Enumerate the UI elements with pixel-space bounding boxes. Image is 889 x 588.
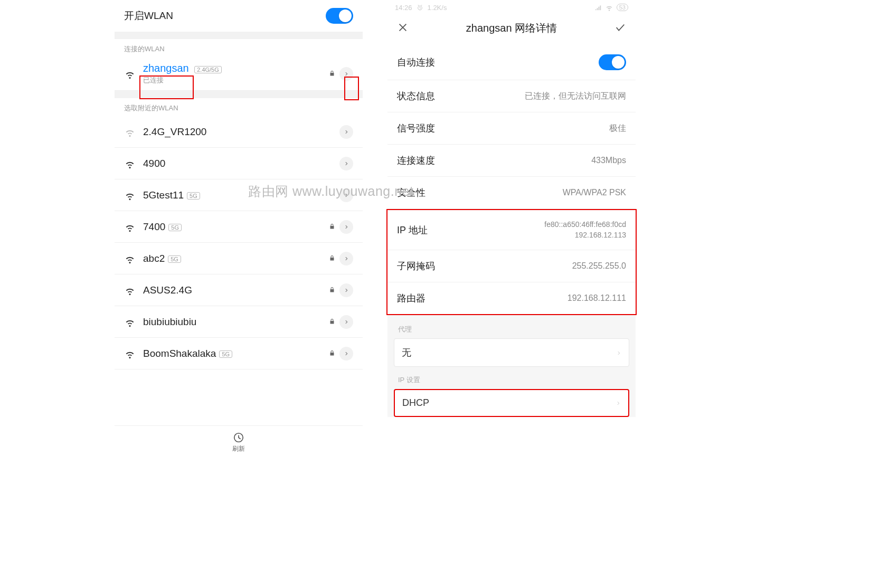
- detail-value: 192.168.12.111: [568, 293, 626, 303]
- highlight-box: IP 地址 fe80::a650:46ff:fe68:f0cd 192.168.…: [386, 209, 637, 315]
- wifi-network-row[interactable]: 4900: [115, 148, 363, 179]
- chevron-right-icon: [616, 347, 621, 358]
- wifi-name: biubiubiubiu: [143, 316, 196, 327]
- wifi-name: 4900: [143, 158, 165, 169]
- confirm-button[interactable]: [614, 22, 626, 35]
- proxy-label: 代理: [394, 323, 629, 338]
- wifi-icon: [124, 348, 136, 359]
- mask-row: 子网掩码 255.255.255.0: [387, 250, 636, 282]
- detail-value: fe80::a650:46ff:fe68:f0cd 192.168.12.113: [544, 220, 626, 240]
- security-row: 安全性 WPA/WPA2 PSK: [387, 177, 636, 209]
- connected-status: 已连接: [143, 75, 329, 85]
- proxy-section: 代理 无 IP 设置 DHCP: [387, 315, 636, 417]
- status-row: 状态信息 已连接，但无法访问互联网: [387, 80, 636, 112]
- band-badge: 5G: [219, 350, 232, 358]
- wlan-toggle-label: 开启WLAN: [124, 9, 326, 23]
- network-detail-button[interactable]: [339, 157, 353, 170]
- detail-label: 状态信息: [397, 90, 435, 102]
- lock-icon: [329, 317, 335, 327]
- refresh-label: 刷新: [232, 444, 245, 453]
- status-bar: 14:26 1.2K/s 53: [387, 0, 636, 13]
- wifi-name: BoomShakalaka: [143, 348, 216, 359]
- detail-label: 连接速度: [397, 154, 435, 167]
- wlan-toggle-row[interactable]: 开启WLAN: [115, 0, 363, 32]
- signal-row: 信号强度 极佳: [387, 112, 636, 145]
- lock-icon: [329, 222, 335, 232]
- wifi-icon: [124, 126, 136, 138]
- wifi-name: ASUS2.4G: [143, 284, 192, 296]
- wifi-network-row[interactable]: 5Gtest115G: [115, 179, 363, 211]
- wifi-icon: [124, 221, 136, 233]
- network-detail-button[interactable]: [339, 188, 353, 202]
- dropdown-value: DHCP: [402, 397, 429, 409]
- detail-label: 子网掩码: [397, 260, 435, 272]
- network-detail-button[interactable]: [339, 67, 353, 81]
- status-speed: 1.2K/s: [428, 4, 447, 12]
- ip-setting-label: IP 设置: [394, 373, 629, 389]
- alarm-icon: [417, 4, 423, 11]
- network-detail-button[interactable]: [339, 283, 353, 297]
- wifi-name: 2.4G_VR1200: [143, 126, 206, 137]
- network-detail-button[interactable]: [339, 315, 353, 329]
- wifi-name: abc2: [143, 253, 165, 264]
- ip-setting-dropdown[interactable]: DHCP: [394, 389, 629, 417]
- auto-connect-row[interactable]: 自动连接: [387, 45, 636, 80]
- lock-icon: [329, 254, 335, 263]
- band-badge: 2.4G/5G: [194, 66, 222, 73]
- wifi-icon: [124, 316, 136, 328]
- wifi-icon: [124, 158, 136, 169]
- clock-icon: [233, 432, 244, 443]
- close-button[interactable]: [397, 22, 409, 35]
- detail-value: 极佳: [609, 123, 626, 134]
- signal-icon: [594, 4, 602, 11]
- auto-connect-toggle[interactable]: [599, 54, 626, 70]
- lock-icon: [329, 349, 335, 358]
- detail-value: WPA/WPA2 PSK: [563, 188, 626, 197]
- detail-value: 433Mbps: [591, 156, 626, 165]
- nearby-networks-list: 2.4G_VR120049005Gtest115G74005Gabc25GASU…: [115, 116, 363, 369]
- wifi-network-row[interactable]: BoomShakalaka5G: [115, 338, 363, 369]
- divider: [115, 91, 363, 98]
- network-detail-button[interactable]: [339, 220, 353, 234]
- connected-network-name: zhangsan: [143, 62, 189, 74]
- refresh-button[interactable]: 刷新: [115, 425, 363, 459]
- lock-icon: [329, 69, 335, 79]
- wifi-name: 7400: [143, 221, 165, 232]
- nearby-header: 选取附近的WLAN: [115, 98, 363, 116]
- dropdown-value: 无: [402, 346, 411, 359]
- detail-label: 安全性: [397, 186, 425, 199]
- lock-icon: [329, 286, 335, 295]
- navbar: zhangsan 网络详情: [387, 13, 636, 45]
- detail-value: 255.255.255.0: [572, 261, 626, 271]
- wifi-icon: [124, 284, 136, 296]
- connected-network-row[interactable]: zhangsan 2.4G/5G 已连接: [115, 57, 363, 91]
- wifi-network-row[interactable]: ASUS2.4G: [115, 274, 363, 306]
- wifi-icon: [124, 189, 136, 201]
- wifi-name: 5Gtest11: [143, 189, 184, 201]
- network-detail-button[interactable]: [339, 125, 353, 139]
- wifi-network-row[interactable]: 2.4G_VR1200: [115, 116, 363, 148]
- auto-connect-label: 自动连接: [397, 56, 435, 69]
- wifi-network-row[interactable]: abc25G: [115, 243, 363, 274]
- network-detail-screen: 14:26 1.2K/s 53 zhangsan 网络详情 自动连接 状态信息 …: [387, 0, 636, 459]
- band-badge: 5G: [168, 224, 182, 231]
- detail-label: IP 地址: [397, 224, 428, 236]
- battery-indicator: 53: [617, 4, 628, 11]
- detail-label: 路由器: [397, 292, 425, 305]
- network-detail-button[interactable]: [339, 252, 353, 265]
- status-time: 14:26: [395, 4, 412, 12]
- page-title: zhangsan 网络详情: [466, 21, 557, 35]
- band-badge: 5G: [168, 255, 181, 263]
- network-detail-button[interactable]: [339, 347, 353, 361]
- wlan-toggle[interactable]: [326, 8, 353, 24]
- wifi-network-row[interactable]: biubiubiubiu: [115, 306, 363, 338]
- band-badge: 5G: [187, 192, 200, 200]
- divider: [115, 32, 363, 39]
- wifi-icon: [124, 68, 136, 80]
- wifi-network-row[interactable]: 74005G: [115, 211, 363, 243]
- wlan-list-screen: 开启WLAN 连接的WLAN zhangsan 2.4G/5G 已连接 选取附近…: [115, 0, 363, 459]
- detail-value: 已连接，但无法访问互联网: [525, 91, 626, 102]
- ip-row: IP 地址 fe80::a650:46ff:fe68:f0cd 192.168.…: [387, 210, 636, 250]
- connected-header: 连接的WLAN: [115, 39, 363, 57]
- proxy-dropdown[interactable]: 无: [394, 338, 629, 367]
